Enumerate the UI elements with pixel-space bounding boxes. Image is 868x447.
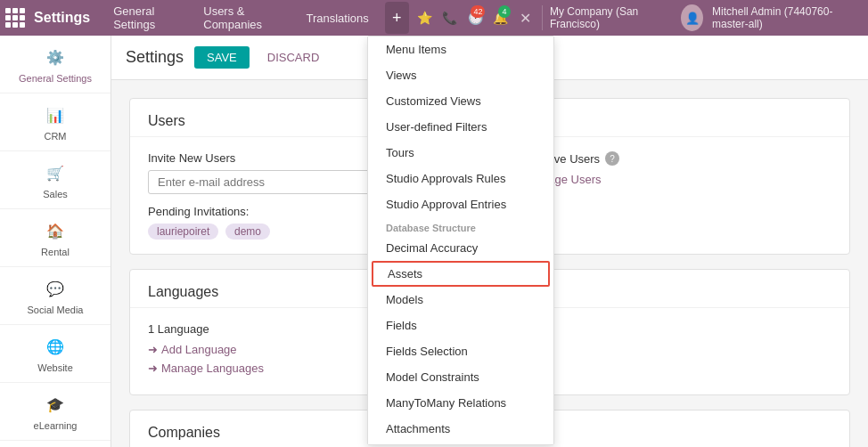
dropdown-item[interactable]: ManyToMany Relations bbox=[368, 390, 553, 416]
star-icon-button[interactable]: ⭐ bbox=[413, 4, 436, 32]
tag-lauriepoiret[interactable]: lauriepoiret bbox=[148, 224, 218, 240]
general-settings-icon: ⚙️ bbox=[43, 45, 68, 69]
bell-badge: 4 bbox=[498, 5, 511, 18]
dropdown-category: Database Structure bbox=[368, 217, 553, 235]
languages-right bbox=[507, 308, 849, 394]
apps-grid-icon bbox=[5, 8, 25, 28]
clock-icon-button[interactable]: 🕐 42 bbox=[463, 4, 487, 32]
active-users-count: 3 Active Users ? bbox=[526, 151, 831, 166]
user-avatar: 👤 bbox=[681, 4, 703, 31]
sidebar-label-crm: CRM bbox=[44, 131, 66, 142]
dropdown-item[interactable]: Tours bbox=[368, 140, 553, 166]
app-title: Settings bbox=[30, 10, 101, 26]
dropdown-item[interactable]: Fields bbox=[368, 313, 553, 338]
dropdown-item[interactable]: Decimal Accuracy bbox=[368, 235, 553, 261]
dropdown-item[interactable]: User-defined Filters bbox=[368, 114, 553, 140]
dropdown-item-assets[interactable]: Assets bbox=[372, 261, 550, 287]
dropdown-item[interactable]: Views bbox=[368, 62, 553, 88]
website-icon: 🌐 bbox=[43, 334, 68, 359]
topbar-right: ⭐ 📞 🕐 42 🔔 4 ✕ My Company (San Francisco… bbox=[413, 4, 868, 32]
dropdown-item[interactable]: Models bbox=[368, 287, 553, 313]
save-button[interactable]: SAVE bbox=[194, 46, 250, 69]
phone-icon-button[interactable]: 📞 bbox=[438, 4, 461, 32]
sidebar-label-website: Website bbox=[37, 362, 73, 373]
crm-icon: 📊 bbox=[43, 102, 68, 127]
nav-general-settings[interactable]: General Settings bbox=[101, 0, 191, 36]
dropdown-item[interactable]: Customized Views bbox=[368, 88, 553, 114]
elearning-icon: 🎓 bbox=[43, 392, 68, 417]
bell-icon-button[interactable]: 🔔 4 bbox=[488, 4, 512, 32]
company-display: My Company (San Francisco) bbox=[542, 5, 674, 30]
rental-icon: 🏠 bbox=[43, 218, 68, 243]
sidebar-item-general-settings[interactable]: ⚙️ General Settings bbox=[0, 36, 111, 93]
topbar-plus-button[interactable]: + bbox=[385, 2, 409, 34]
sidebar-label-rental: Rental bbox=[41, 247, 70, 257]
social-media-icon: 💬 bbox=[43, 276, 68, 301]
topbar-nav: General Settings Users & Companies Trans… bbox=[101, 0, 413, 36]
apps-menu-button[interactable] bbox=[0, 0, 30, 36]
settings-page-title: Settings bbox=[126, 48, 184, 67]
sidebar-label-sales: Sales bbox=[43, 189, 68, 199]
sidebar: ⚙️ General Settings 📊 CRM 🛒 Sales 🏠 Rent… bbox=[0, 36, 111, 447]
sidebar-label-social-media: Social Media bbox=[28, 305, 84, 315]
sidebar-item-rental[interactable]: 🏠 Rental bbox=[0, 209, 111, 267]
dropdown-item[interactable]: Fields Selection bbox=[368, 338, 553, 364]
topbar: Settings General Settings Users & Compan… bbox=[0, 0, 868, 36]
discard-button[interactable]: DISCARD bbox=[260, 46, 327, 69]
dropdown-item[interactable]: Model Constraints bbox=[368, 364, 553, 390]
dropdown-item[interactable]: Logging bbox=[368, 442, 553, 445]
sidebar-item-elearning[interactable]: 🎓 eLearning bbox=[0, 383, 111, 441]
sidebar-item-crm[interactable]: 📊 CRM bbox=[0, 93, 111, 151]
help-icon[interactable]: ? bbox=[605, 151, 619, 166]
nav-translations[interactable]: Translations bbox=[293, 0, 381, 36]
sidebar-item-sales[interactable]: 🛒 Sales bbox=[0, 151, 111, 209]
sidebar-item-website[interactable]: 🌐 Website bbox=[0, 325, 111, 383]
users-info-body: 3 Active Users ? Manage Users bbox=[507, 137, 849, 254]
dropdown-item[interactable]: Studio Approvals Rules bbox=[368, 166, 553, 191]
user-name: Mitchell Admin (7440760-master-all) bbox=[705, 5, 861, 30]
sidebar-item-purchase[interactable]: 📦 Purchase bbox=[0, 441, 111, 447]
dropdown-menu: Menu ItemsViewsCustomized ViewsUser-defi… bbox=[367, 36, 554, 445]
sales-icon: 🛒 bbox=[43, 160, 68, 185]
close-icon[interactable]: ✕ bbox=[514, 10, 536, 27]
dropdown-item[interactable]: Studio Approval Entries bbox=[368, 191, 553, 217]
sidebar-label-elearning: eLearning bbox=[34, 420, 78, 431]
manage-users-link[interactable]: Manage Users bbox=[526, 173, 831, 186]
tag-demo[interactable]: demo bbox=[225, 224, 270, 240]
sidebar-label-general-settings: General Settings bbox=[19, 73, 92, 84]
dropdown-item[interactable]: Attachments bbox=[368, 416, 553, 442]
dropdown-item[interactable]: Menu Items bbox=[368, 37, 553, 62]
email-input[interactable] bbox=[148, 170, 397, 194]
clock-badge: 42 bbox=[471, 5, 485, 18]
sidebar-item-social-media[interactable]: 💬 Social Media bbox=[0, 267, 111, 325]
nav-users-companies[interactable]: Users & Companies bbox=[191, 0, 293, 36]
